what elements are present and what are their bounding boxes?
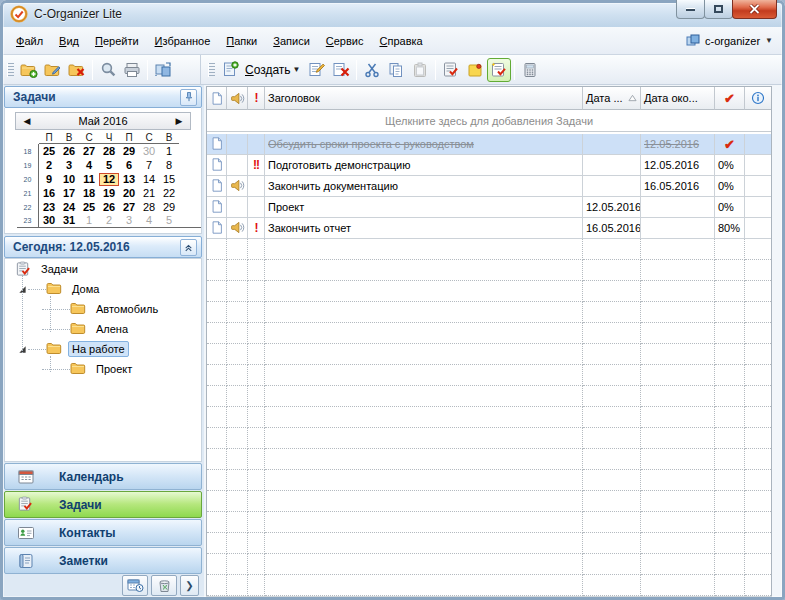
column-header-info[interactable] xyxy=(745,87,771,110)
expand-strip-button[interactable]: ❯ xyxy=(180,575,199,596)
cut-button[interactable] xyxy=(360,58,384,82)
calendar-day[interactable]: 25 xyxy=(79,201,99,214)
nav-button-tasks[interactable]: Задачи xyxy=(4,491,202,518)
tree-item-дома[interactable]: Дома xyxy=(5,279,201,299)
calendar-day[interactable]: 27 xyxy=(79,145,99,158)
maximize-button[interactable] xyxy=(704,0,733,19)
calendar-day[interactable]: 17 xyxy=(59,187,79,200)
column-header-date-start[interactable]: Дата ... xyxy=(583,87,641,110)
calendar-day[interactable]: 24 xyxy=(59,201,79,214)
calendar-day[interactable]: 31 xyxy=(59,214,79,227)
calendar-day[interactable]: 7 xyxy=(139,159,159,172)
calendar-day[interactable]: 29 xyxy=(159,201,179,214)
toolbar-grip[interactable] xyxy=(7,63,14,77)
menu-item[interactable]: Перейти xyxy=(87,30,147,52)
column-header-alarm[interactable] xyxy=(227,87,248,110)
menu-item[interactable]: Вид xyxy=(51,30,87,52)
calendar-day[interactable]: 25 xyxy=(39,145,59,158)
calendar-day[interactable]: 2 xyxy=(39,159,59,172)
column-header-note[interactable] xyxy=(207,87,227,110)
task-row[interactable]: !!Подготовить демонстрацию12.05.20160% xyxy=(207,155,771,176)
delete-record-button[interactable] xyxy=(329,58,353,82)
calendar-day[interactable]: 28 xyxy=(139,201,159,214)
menu-item[interactable]: Сервис xyxy=(318,30,372,52)
next-month-button[interactable]: ▶ xyxy=(168,116,190,126)
calendar-day[interactable]: 3 xyxy=(119,214,139,227)
column-header-title[interactable]: Заголовок xyxy=(265,87,583,110)
calendar-day[interactable]: 5 xyxy=(99,159,119,172)
calendar-day[interactable]: 1 xyxy=(159,145,179,158)
task-list-button[interactable] xyxy=(439,58,463,82)
calendar-day[interactable]: 21 xyxy=(139,187,159,200)
task-row[interactable]: Закончить документацию16.05.20160% xyxy=(207,176,771,197)
calendar-day[interactable]: 10 xyxy=(59,173,79,186)
calendar-day[interactable]: 14 xyxy=(139,173,159,186)
menu-item[interactable]: Справка xyxy=(371,30,430,52)
create-button-label[interactable]: Создать xyxy=(245,63,291,77)
calendar-day[interactable]: 28 xyxy=(99,145,119,158)
add-task-row[interactable]: Щелкните здесь для добавления Задачи xyxy=(207,110,771,132)
nav-button-notes[interactable]: Заметки xyxy=(4,547,202,574)
calendar-day[interactable]: 19 xyxy=(99,187,119,200)
tree-item-проект[interactable]: Проект xyxy=(5,359,201,379)
calendar-day[interactable]: 30 xyxy=(39,214,59,227)
search-button[interactable] xyxy=(96,58,120,82)
calendar-day[interactable]: 27 xyxy=(119,201,139,214)
tree-item-на-работе[interactable]: На работе xyxy=(5,339,201,359)
task-row[interactable]: Проект12.05.20160% xyxy=(207,197,771,218)
menu-item[interactable]: Файл xyxy=(8,30,51,52)
menu-item[interactable]: Папки xyxy=(218,30,265,52)
prev-month-button[interactable]: ◀ xyxy=(16,116,38,126)
calendar-day[interactable]: 26 xyxy=(99,201,119,214)
calendar-day[interactable]: 22 xyxy=(159,187,179,200)
calendar-day[interactable]: 20 xyxy=(119,187,139,200)
calendar-day[interactable]: 4 xyxy=(79,159,99,172)
calendar-day[interactable]: 18 xyxy=(79,187,99,200)
tree-item-задачи[interactable]: Задачи xyxy=(5,259,201,279)
tree-item-автомобиль[interactable]: Автомобиль xyxy=(5,299,201,319)
calendar-day[interactable]: 4 xyxy=(139,214,159,227)
calendar-day[interactable]: 30 xyxy=(139,145,159,158)
close-button[interactable] xyxy=(732,0,777,19)
minimize-button[interactable] xyxy=(676,0,705,19)
tree-expander-icon[interactable] xyxy=(18,344,28,354)
calendar-day[interactable]: 6 xyxy=(119,159,139,172)
create-dropdown-icon[interactable]: ▼ xyxy=(293,65,301,74)
tasks-view-button[interactable] xyxy=(487,58,511,82)
column-header-priority[interactable]: ! xyxy=(248,87,265,110)
profile-menu[interactable]: c-organizer ▼ xyxy=(686,34,777,47)
calendar-day[interactable]: 5 xyxy=(159,214,179,227)
toolbar-grip[interactable] xyxy=(208,63,215,77)
recycle-bin-button[interactable] xyxy=(151,575,177,596)
calendar-day[interactable]: 2 xyxy=(99,214,119,227)
add-folder-button[interactable] xyxy=(17,58,41,82)
calendar-day[interactable]: 11 xyxy=(79,173,99,186)
paste-button[interactable] xyxy=(408,58,432,82)
calendar-day[interactable]: 16 xyxy=(39,187,59,200)
tree-item-алена[interactable]: Алена xyxy=(5,319,201,339)
new-record-button[interactable] xyxy=(218,58,242,82)
delete-folder-button[interactable] xyxy=(65,58,89,82)
menu-item[interactable]: Записи xyxy=(265,30,318,52)
edit-record-button[interactable] xyxy=(305,58,329,82)
pin-button[interactable] xyxy=(180,89,197,106)
calendar-day[interactable]: 23 xyxy=(39,201,59,214)
phone-dialer-button[interactable] xyxy=(518,58,542,82)
tree-expander-icon[interactable] xyxy=(18,284,28,294)
calendar-day[interactable]: 9 xyxy=(39,173,59,186)
menu-item[interactable]: Избранное xyxy=(147,30,219,52)
column-header-completed[interactable]: ✔ xyxy=(715,87,745,110)
calendar-day[interactable]: 3 xyxy=(59,159,79,172)
calendar-day[interactable]: 15 xyxy=(159,173,179,186)
task-row[interactable]: !Закончить отчет16.05.201680% xyxy=(207,218,771,239)
title-bar[interactable]: C-Organizer Lite xyxy=(0,0,785,27)
copy-button[interactable] xyxy=(384,58,408,82)
print-button[interactable] xyxy=(120,58,144,82)
sticky-note-button[interactable] xyxy=(463,58,487,82)
calendar-day[interactable]: 26 xyxy=(59,145,79,158)
calendar-day[interactable]: 29 xyxy=(119,145,139,158)
task-row[interactable]: Обсудить сроки проекта с руководством12.… xyxy=(207,134,771,155)
edit-folder-button[interactable] xyxy=(41,58,65,82)
calendar-day[interactable]: 8 xyxy=(159,159,179,172)
today-view-button[interactable] xyxy=(122,575,148,596)
